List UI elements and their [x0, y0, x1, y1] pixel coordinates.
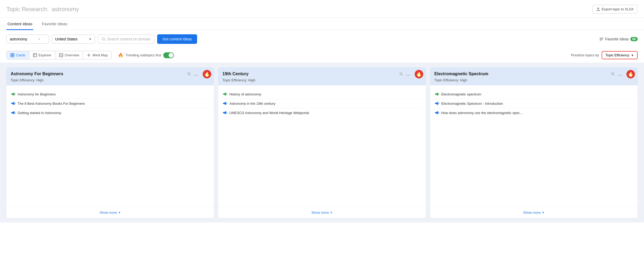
card-2-header: 🔥 19th Century: [218, 67, 426, 85]
keyword-input[interactable]: [10, 37, 36, 41]
export-button[interactable]: Export topic to XLSX: [592, 5, 638, 14]
card-1-title: Astronomy For Beginners: [11, 72, 63, 76]
card-1-body: Astronomy for Beginners The 8 Best Astro…: [6, 85, 214, 207]
card-3-title-row: Electromagnetic Spectrum: [434, 72, 633, 77]
domain-placeholder: Search content on domain: [107, 37, 150, 41]
card-2-title-row: 19th Century: [222, 72, 421, 77]
card-1-actions: [187, 72, 199, 77]
keyword-input-wrap[interactable]: ×: [6, 35, 49, 44]
view-tab-overview[interactable]: Overview: [55, 51, 83, 59]
view-right: Prioritize topics by Topic Efficiency Vo…: [571, 51, 638, 59]
card-19th-century: 🔥 19th Century: [218, 67, 426, 218]
svg-rect-3: [13, 53, 14, 55]
card-3-efficiency: Topic Efficiency: High: [434, 78, 633, 82]
priority-select[interactable]: Topic Efficiency Volume Difficulty: [605, 53, 629, 57]
svg-point-17: [194, 75, 195, 76]
card-1-show-more[interactable]: Show more ▼: [6, 207, 214, 218]
view-row: Cards Explorer: [0, 48, 644, 63]
favorite-ideas-label: Favorite Ideas: [605, 37, 629, 41]
megaphone-icon: [11, 110, 15, 115]
view-left: Cards Explorer: [6, 51, 174, 60]
tab-content-ideas[interactable]: Content Ideas: [6, 18, 33, 30]
chevron-down-icon: ▼: [89, 37, 92, 41]
search-icon: [102, 37, 105, 41]
ellipsis-icon: [618, 75, 622, 76]
ellipsis-icon: [406, 75, 410, 76]
country-select-wrap[interactable]: United States United Kingdom Canada Aust…: [52, 35, 95, 44]
card-1-header: 🔥 Astronomy For Beginners: [6, 67, 214, 85]
list-item: Astronomy in the 19th century: [222, 99, 421, 108]
card-2-title: 19th Century: [222, 72, 248, 76]
svg-point-22: [408, 75, 409, 76]
card-1-efficiency: Topic Efficiency: High: [11, 78, 210, 82]
search-icon: [187, 72, 191, 76]
trending-wrap: 🔥 Trending subtopics first: [118, 52, 174, 58]
title-static: Topic Research:: [6, 6, 48, 12]
list-item: The 8 Best Astronomy Books For Beginners: [11, 99, 210, 108]
view-tabs: Cards Explorer: [6, 51, 112, 60]
mindmap-view-icon: [87, 53, 91, 57]
card-3-show-more[interactable]: Show more ▼: [430, 207, 638, 218]
trending-toggle[interactable]: [163, 52, 174, 58]
card-1-flame: 🔥: [203, 70, 211, 78]
ellipsis-icon: [194, 75, 198, 76]
card-2-show-more[interactable]: Show more ▼: [218, 207, 426, 218]
svg-rect-1: [11, 53, 12, 55]
list-item: Electromagnetic spectrum: [434, 90, 633, 99]
priority-select-wrap[interactable]: Topic Efficiency Volume Difficulty ▼: [602, 51, 638, 59]
domain-search-wrap[interactable]: Search content on domain: [98, 35, 154, 44]
controls-left: × United States United Kingdom Canada Au…: [6, 34, 197, 44]
megaphone-icon: [434, 110, 439, 115]
view-tab-mindmap[interactable]: Mind Map: [83, 51, 111, 59]
clear-icon[interactable]: ×: [38, 37, 40, 41]
favorite-ideas-button[interactable]: Favorite Ideas 68: [599, 37, 638, 41]
card-1-title-row: Astronomy For Beginners: [11, 72, 210, 77]
card-2-search-button[interactable]: [399, 72, 403, 77]
svg-rect-4: [13, 55, 14, 57]
view-tab-cards[interactable]: Cards: [7, 51, 29, 59]
chevron-down-icon: ▼: [542, 211, 544, 214]
trending-flame-icon: 🔥: [118, 53, 123, 58]
trending-label: Trending subtopics first: [125, 53, 161, 57]
page-wrapper: Topic Research: astronomy Export topic t…: [0, 0, 644, 260]
card-3-menu-button[interactable]: [617, 72, 623, 77]
svg-point-26: [619, 75, 620, 76]
toggle-circle: [169, 53, 173, 58]
priority-chevron-icon: ▼: [631, 54, 634, 57]
prioritize-label: Prioritize topics by: [571, 53, 599, 57]
card-2-menu-button[interactable]: [406, 72, 411, 77]
svg-rect-2: [11, 56, 12, 57]
list-item: UNESCO Astronomy and World Heritage Webp…: [222, 108, 421, 117]
svg-point-23: [409, 75, 410, 76]
cards-area: 🔥 Astronomy For Beginners: [0, 63, 644, 223]
page-title: Topic Research: astronomy: [6, 6, 79, 13]
card-1-search-button[interactable]: [187, 72, 191, 77]
megaphone-icon: [434, 92, 439, 97]
list-item: How does astronomy use the electromagnet…: [434, 108, 633, 117]
card-3-header: 🔥 Electromagnetic Spectrum: [430, 67, 638, 85]
country-select[interactable]: United States United Kingdom Canada Aust…: [55, 37, 87, 41]
flame-circle-1: 🔥: [203, 70, 211, 78]
chevron-down-icon: ▼: [118, 211, 121, 214]
list-item: Astronomy for Beginners: [11, 90, 210, 99]
list-item: History of astronomy: [222, 90, 421, 99]
view-tab-explorer[interactable]: Explorer: [29, 51, 55, 59]
svg-point-19: [198, 75, 198, 76]
svg-point-11: [88, 55, 89, 56]
svg-point-21: [406, 75, 407, 76]
tabs-row: Content Ideas Favorite Ideas: [0, 18, 644, 30]
card-2-actions: [399, 72, 411, 77]
flame-circle-2: 🔥: [415, 70, 423, 78]
card-2-flame: 🔥: [415, 70, 423, 78]
chevron-down-icon: ▼: [330, 211, 333, 214]
tab-favorite-ideas[interactable]: Favorite Ideas: [41, 18, 68, 30]
list-item: Getting started in Astronomy: [11, 108, 210, 117]
explorer-tab-label: Explorer: [39, 53, 51, 57]
get-content-ideas-button[interactable]: Get content ideas: [157, 34, 197, 44]
title-topic: astronomy: [52, 6, 79, 12]
overview-tab-label: Overview: [65, 53, 79, 57]
card-3-search-button[interactable]: [610, 72, 615, 77]
flame-circle-3: 🔥: [626, 70, 635, 78]
favorite-count-badge: 68: [630, 37, 638, 41]
card-1-menu-button[interactable]: [194, 72, 199, 77]
